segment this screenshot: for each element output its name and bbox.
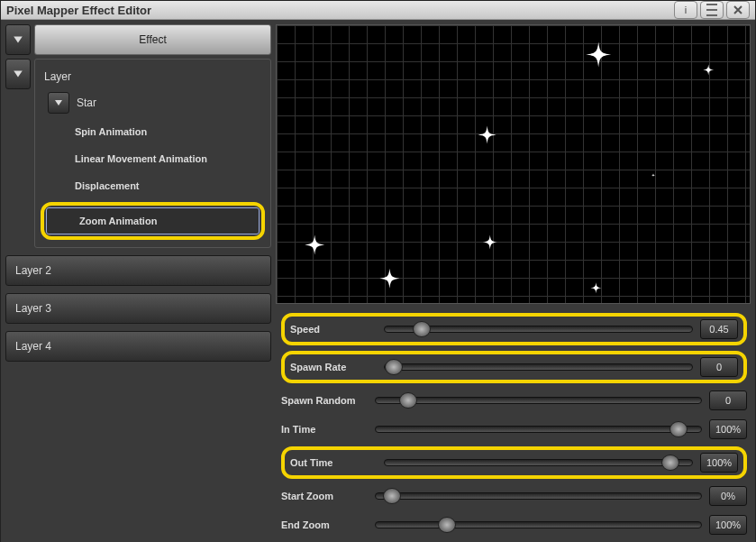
slider-label: End Zoom (281, 519, 368, 530)
highlight-zoom-animation: Zoom Animation (41, 202, 265, 240)
right-panel: Speed0.45Spawn Rate0Spawn Random0In Time… (276, 24, 751, 540)
slider-label: In Time (281, 424, 368, 435)
layer3-button[interactable]: Layer 3 (5, 293, 271, 324)
slider-track[interactable] (375, 521, 702, 528)
preview-area (276, 24, 751, 304)
slider-thumb[interactable] (669, 421, 688, 437)
slider-track[interactable] (375, 397, 702, 404)
info-button[interactable]: i (674, 1, 697, 19)
slider-thumb[interactable] (385, 359, 403, 375)
slider-thumb[interactable] (413, 321, 431, 337)
star-icon (590, 282, 601, 293)
slider-thumb[interactable] (438, 517, 456, 533)
slider-label: Speed (290, 324, 377, 335)
tree-item-spin[interactable]: Spin Animation (41, 119, 265, 144)
tree-item-displacement[interactable]: Displacement (41, 173, 265, 198)
slider-row-spawn-rate: Spawn Rate0 (281, 351, 747, 383)
slider-value: 0 (709, 390, 747, 410)
slider-track[interactable] (384, 459, 693, 466)
menu-button[interactable] (700, 1, 724, 19)
slider-value: 0.45 (700, 319, 738, 339)
slider-row-in-time: In Time100% (281, 418, 747, 441)
slider-track[interactable] (375, 492, 702, 500)
effect-expand-button[interactable] (5, 24, 31, 55)
star-icon (483, 235, 497, 250)
slider-row-spawn-random: Spawn Random0 (281, 389, 747, 412)
slider-thumb[interactable] (661, 455, 679, 471)
star-icon (305, 235, 324, 255)
layer4-button[interactable]: Layer 4 (5, 331, 271, 362)
slider-track[interactable] (384, 363, 693, 371)
tree-item-zoom[interactable]: Zoom Animation (46, 207, 260, 234)
slider-thumb[interactable] (399, 392, 417, 409)
slider-row-speed: Speed0.45 (281, 313, 747, 345)
close-button[interactable] (726, 1, 750, 19)
slider-value: 100% (709, 419, 747, 439)
layer2-button[interactable]: Layer 2 (5, 255, 271, 286)
window: Pixel Mapper Effect Editor i Effect Laye… (0, 0, 756, 542)
star-expand-button[interactable] (48, 92, 69, 114)
slider-track[interactable] (375, 426, 702, 433)
star-label: Star (77, 96, 96, 109)
slider-row-end-zoom: End Zoom100% (281, 513, 747, 537)
star-icon (478, 126, 496, 144)
slider-row-out-time: Out Time100% (281, 446, 747, 479)
slider-value: 0 (700, 357, 738, 377)
slider-value: 100% (709, 515, 747, 535)
layer-label: Layer (41, 65, 265, 85)
preview-stars (277, 25, 750, 303)
slider-thumb[interactable] (383, 488, 401, 504)
effect-button[interactable]: Effect (34, 24, 271, 55)
content: Effect Layer Star Spin Animation Linear … (1, 20, 755, 542)
layer-panel: Layer Star Spin Animation Linear Movemen… (34, 59, 271, 248)
slider-value: 0% (709, 486, 747, 506)
slider-label: Spawn Rate (290, 362, 377, 372)
star-icon (379, 269, 399, 289)
slider-track[interactable] (384, 326, 693, 333)
sliders-panel: Speed0.45Spawn Rate0Spawn Random0In Time… (276, 309, 751, 540)
layer-expand-button[interactable] (5, 59, 31, 89)
slider-label: Start Zoom (281, 491, 368, 501)
slider-label: Out Time (290, 457, 377, 468)
star-icon (651, 173, 655, 177)
titlebar: Pixel Mapper Effect Editor i (1, 1, 755, 20)
star-icon (703, 64, 714, 75)
window-title: Pixel Mapper Effect Editor (6, 4, 671, 17)
star-icon (586, 42, 611, 68)
slider-row-start-zoom: Start Zoom0% (281, 484, 747, 508)
slider-label: Spawn Random (281, 395, 368, 406)
slider-value: 100% (700, 453, 738, 473)
tree-item-linear[interactable]: Linear Movement Animation (41, 146, 265, 171)
left-panel: Effect Layer Star Spin Animation Linear … (5, 24, 271, 540)
